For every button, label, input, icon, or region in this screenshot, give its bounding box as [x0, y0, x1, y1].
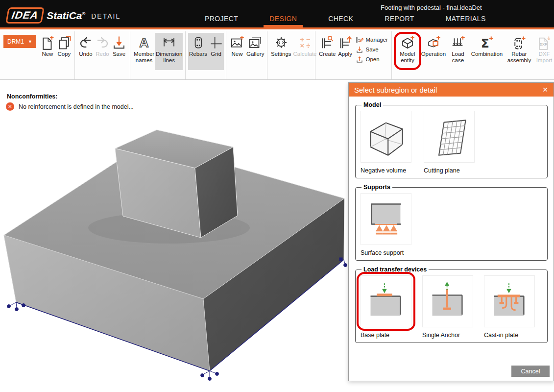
new-picture-icon — [230, 34, 244, 51]
rebar-assembly-button[interactable]: Rebar assembly — [506, 33, 533, 70]
gear-icon — [274, 34, 289, 51]
template-open-button[interactable]: Open — [356, 55, 388, 64]
module-name: DETAIL — [91, 12, 120, 20]
load-case-button[interactable]: Load case — [448, 33, 468, 70]
tile-cast-in-plate[interactable]: Cast-in plate — [484, 275, 535, 339]
group-new: Model entity Operation Load case Σ Combi… — [392, 31, 554, 79]
tile-negative-volume[interactable]: Negative volume — [361, 111, 411, 174]
ribbon: DRM1 ▼ New Copy Undo Redo Save A Member … — [0, 31, 554, 80]
logo-text: IDEA — [11, 9, 39, 21]
group-calculation: Settings Calculate — [267, 31, 315, 79]
group-data: Undo Redo Save — [75, 31, 130, 79]
svg-text:A: A — [140, 35, 149, 50]
template-manager-button[interactable]: Manager — [356, 35, 388, 44]
template-stack: Manager Save Open — [356, 35, 388, 64]
template-apply-button[interactable]: Apply — [337, 33, 354, 70]
tab-materials[interactable]: MATERIALS — [440, 12, 492, 27]
cast-in-plate-icon — [489, 281, 530, 322]
section-load-transfer-devices: Load transfer devices Base plate — [355, 266, 548, 343]
dxf-import-button[interactable]: DXF DXF Import — [533, 33, 554, 70]
tab-design[interactable]: DESIGN — [264, 12, 303, 27]
manager-pencil-icon — [356, 36, 363, 44]
template-create-button[interactable]: Create — [318, 33, 337, 70]
combination-button[interactable]: Σ Combination — [468, 33, 506, 70]
new-document-icon — [40, 34, 55, 51]
rebar-assembly-icon — [512, 34, 527, 51]
tile-surface-support[interactable]: Surface support — [361, 193, 411, 256]
template-apply-icon — [338, 34, 353, 51]
project-item-combo-value: DRM1 — [7, 38, 24, 45]
new-project-item-button[interactable]: New — [39, 33, 56, 70]
save-down-arrow-icon — [356, 46, 363, 53]
section-supports-title: Supports — [361, 184, 392, 191]
redo-button[interactable]: Redo — [94, 33, 111, 70]
operation-icon — [426, 34, 441, 51]
gallery-button[interactable]: Gallery — [245, 33, 265, 70]
calculate-icon — [298, 34, 313, 51]
cancel-button[interactable]: Cancel — [511, 366, 550, 377]
dxf-import-icon: DXF — [537, 34, 552, 51]
dialog-title: Select subregion or detail — [354, 86, 437, 94]
grid-button[interactable]: Grid — [208, 33, 224, 70]
dimension-lines-icon — [162, 34, 176, 51]
tab-project[interactable]: PROJECT — [199, 12, 244, 27]
calculate-button[interactable]: Calculate — [292, 33, 318, 70]
settings-button[interactable]: Settings — [270, 33, 292, 70]
model-viewport[interactable]: Nonconformities: ✕ No reinforcement is d… — [0, 80, 348, 392]
close-icon[interactable]: ✕ — [542, 86, 548, 94]
support-node-front — [201, 371, 219, 380]
cutting-plane-icon — [429, 116, 470, 157]
save-icon — [112, 34, 126, 51]
base-plate-icon — [365, 281, 407, 322]
idea-logo-icon: IDEA — [5, 7, 45, 24]
new-picture-button[interactable]: New — [229, 33, 245, 70]
dialog-body: Model Negative volume — [349, 97, 554, 343]
tile-cutting-plane[interactable]: Cutting plane — [424, 111, 475, 174]
project-item-combo[interactable]: DRM1 ▼ — [3, 35, 36, 48]
rebars-button[interactable]: Rebars — [188, 33, 208, 70]
gallery-icon — [248, 34, 263, 51]
operation-button[interactable]: Operation — [419, 33, 448, 70]
grid-icon — [209, 34, 223, 51]
template-save-button[interactable]: Save — [356, 45, 388, 54]
title-bar: IDEA StatiCa® DETAIL Footing with pedest… — [0, 0, 554, 29]
section-model: Model Negative volume — [355, 101, 548, 178]
section-load-transfer-title: Load transfer devices — [361, 266, 429, 273]
copy-button[interactable]: Copy — [56, 33, 72, 70]
brand-name: StatiCa® — [47, 10, 85, 22]
negative-volume-icon — [365, 116, 407, 157]
combination-sigma-icon: Σ — [480, 34, 494, 51]
dimension-lines-button[interactable]: Dimension lines — [155, 33, 183, 70]
footing-3d-model[interactable] — [0, 80, 348, 392]
tab-check[interactable]: CHECK — [322, 12, 359, 27]
rebars-icon — [192, 34, 205, 51]
tile-base-plate[interactable]: Base plate — [361, 275, 411, 339]
group-pictures: New Gallery — [226, 31, 267, 79]
surface-support-icon — [365, 198, 407, 240]
tab-report[interactable]: REPORT — [379, 12, 420, 27]
undo-button[interactable]: Undo — [77, 33, 94, 70]
section-model-title: Model — [361, 101, 383, 108]
open-up-arrow-icon — [356, 56, 363, 63]
svg-text:DXF: DXF — [540, 42, 547, 47]
registered-mark: ® — [82, 11, 86, 16]
group-project-items: DRM1 ▼ New Copy — [0, 31, 75, 79]
chevron-down-icon: ▼ — [28, 39, 32, 44]
single-anchor-icon — [427, 281, 468, 322]
window-title: Footing with pedestal - final.ideaDet — [381, 4, 482, 11]
undo-icon — [78, 34, 93, 51]
tile-single-anchor[interactable]: Single Anchor — [422, 275, 473, 339]
section-supports: Supports — [355, 184, 548, 261]
letter-a-icon: A — [137, 34, 151, 51]
model-entity-icon — [400, 34, 415, 51]
model-entity-button[interactable]: Model entity — [396, 33, 419, 70]
group-draw: Rebars Grid — [186, 31, 226, 79]
save-button[interactable]: Save — [111, 33, 127, 70]
member-names-button[interactable]: A Member names — [133, 33, 155, 70]
dialog-header[interactable]: Select subregion or detail ✕ — [349, 83, 554, 97]
app-logo: IDEA StatiCa® DETAIL — [7, 7, 120, 24]
copy-icon — [57, 34, 72, 51]
template-create-icon — [320, 34, 335, 51]
group-labels: A Member names Dimension lines — [130, 31, 186, 79]
main-menu: PROJECT DESIGN CHECK REPORT MATERIALS — [199, 12, 492, 27]
